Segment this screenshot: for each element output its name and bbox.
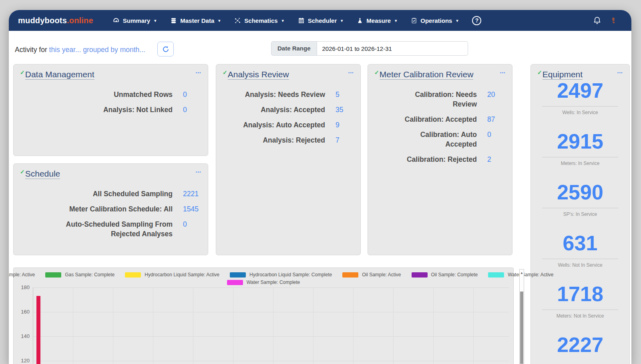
equipment-count-link[interactable]: 2915 bbox=[537, 130, 623, 153]
row-label: Unmatched Rows bbox=[20, 90, 173, 99]
equipment-stat-label: SP's: In Service bbox=[537, 211, 623, 217]
row-value-link[interactable]: 2 bbox=[487, 155, 506, 164]
help-icon[interactable]: ? bbox=[472, 16, 481, 25]
row-label: Analysis: Rejected bbox=[223, 135, 325, 145]
chart-legend-row-2: Water Sample: Complete bbox=[14, 280, 513, 285]
equipment-count-link[interactable]: 1718 bbox=[537, 283, 623, 305]
nav-label: Summary bbox=[123, 17, 150, 24]
card-menu-icon[interactable]: ••• bbox=[617, 71, 623, 75]
bell-icon[interactable] bbox=[593, 16, 602, 25]
chart-scrollbar: ▲ bbox=[519, 269, 524, 364]
chart-legend-row-1: Gas Sample: Active Gas Sample: Complete … bbox=[14, 272, 513, 278]
nav-item-master-data[interactable]: Master Data ▾ bbox=[170, 17, 220, 24]
card-title-text: Equipment bbox=[543, 70, 583, 80]
equipment-stat-label: Wells: Not In Service bbox=[537, 262, 623, 268]
legend-item[interactable]: Water Sample: Complete bbox=[227, 280, 300, 285]
legend-label: Gas Sample: Active bbox=[9, 272, 35, 278]
chevron-down-icon: ▾ bbox=[154, 18, 156, 23]
row-value-link[interactable]: 2221 bbox=[183, 189, 201, 199]
nav-item-operations[interactable]: Operations ▾ bbox=[411, 17, 458, 24]
stat-row: Unmatched Rows 0 bbox=[20, 90, 201, 99]
y-axis-tick: 180 bbox=[14, 285, 30, 290]
row-value-link[interactable]: 1545 bbox=[183, 204, 201, 214]
divider bbox=[542, 310, 618, 310]
card-title-data-management[interactable]: ✓Data Management bbox=[20, 69, 94, 79]
stat-row: Calibration: Accepted 87 bbox=[374, 115, 506, 124]
legend-item[interactable]: Oil Sample: Complete bbox=[412, 272, 478, 278]
date-range-label: Date Range bbox=[271, 41, 317, 56]
row-value-link[interactable]: 20 bbox=[487, 90, 506, 99]
nav-item-schematics[interactable]: Schematics ▾ bbox=[234, 17, 283, 24]
nav-label: Operations bbox=[420, 17, 452, 24]
row-value-link[interactable]: 5 bbox=[336, 90, 354, 99]
legend-item[interactable]: Gas Sample: Complete bbox=[45, 272, 115, 278]
legend-label: Gas Sample: Complete bbox=[65, 272, 115, 278]
row-value-link[interactable]: 0 bbox=[487, 130, 506, 139]
legend-label: Oil Sample: Active bbox=[362, 272, 401, 278]
legend-swatch bbox=[227, 280, 243, 285]
equipment-stat: 631 Wells: Not In Service bbox=[537, 232, 623, 268]
gauge-icon bbox=[113, 17, 120, 24]
legend-item[interactable]: Gas Sample: Active bbox=[9, 272, 35, 278]
row-value-link[interactable]: 35 bbox=[336, 105, 354, 115]
row-label: Calibration: Accepted bbox=[374, 115, 477, 124]
row-value-link[interactable]: 0 bbox=[183, 219, 201, 229]
row-value-link[interactable]: 0 bbox=[183, 90, 201, 99]
scrollbar-up-button[interactable]: ▲ bbox=[520, 269, 524, 276]
chevron-down-icon: ▾ bbox=[282, 18, 284, 23]
equipment-count-link[interactable]: 2497 bbox=[537, 79, 623, 102]
equipment-stat: 2227 bbox=[537, 334, 623, 356]
refresh-button[interactable] bbox=[157, 42, 174, 56]
card-menu-icon[interactable]: ••• bbox=[348, 71, 354, 75]
legend-item[interactable]: Hydrocarbon Liquid Sample: Active bbox=[125, 272, 219, 278]
card-menu-icon[interactable]: ••• bbox=[500, 71, 506, 75]
nav-label: Master Data bbox=[180, 17, 214, 24]
activity-filter-link[interactable]: this year... grouped by month... bbox=[49, 46, 145, 54]
check-icon: ✓ bbox=[537, 69, 542, 76]
chart-plot-area bbox=[33, 288, 509, 364]
nav-label: Scheduler bbox=[308, 17, 337, 24]
scrollbar-thumb[interactable] bbox=[520, 292, 523, 364]
equipment-stat: 1718 Meters: Not In Service bbox=[537, 283, 623, 319]
equipment-stat-label: Meters: In Service bbox=[537, 161, 623, 166]
nav-item-summary[interactable]: Summary ▾ bbox=[113, 17, 156, 24]
chevron-down-icon: ▾ bbox=[395, 18, 397, 23]
legend-swatch bbox=[125, 272, 141, 278]
row-value-link[interactable]: 87 bbox=[487, 115, 506, 124]
legend-item[interactable]: Oil Sample: Active bbox=[342, 272, 401, 278]
equipment-count-link[interactable]: 2227 bbox=[537, 334, 623, 356]
activity-summary-line: Activity for this year... grouped by mon… bbox=[15, 46, 145, 54]
card-menu-icon[interactable]: ••• bbox=[196, 170, 201, 174]
row-label: All Scheduled Sampling bbox=[20, 189, 173, 199]
refresh-icon bbox=[162, 45, 170, 53]
row-value-link[interactable]: 9 bbox=[336, 120, 354, 130]
date-range-group: Date Range bbox=[271, 41, 468, 56]
bootprint-user-icon[interactable] bbox=[610, 16, 616, 25]
equipment-count-link[interactable]: 631 bbox=[537, 232, 623, 254]
card-title-equipment[interactable]: ✓Equipment bbox=[537, 69, 583, 79]
legend-swatch bbox=[412, 272, 428, 278]
card-title-meter-calibration-review[interactable]: ✓Meter Calibration Review bbox=[374, 69, 473, 79]
equipment-stat: 2915 Meters: In Service bbox=[537, 130, 623, 166]
legend-swatch bbox=[342, 272, 358, 278]
card-title-schedule[interactable]: ✓Schedule bbox=[20, 169, 60, 179]
row-label: Calibration: Auto Accepted bbox=[374, 130, 477, 149]
nav-label: Schematics bbox=[244, 17, 277, 24]
stat-row: Analysis: Needs Review 5 bbox=[223, 90, 354, 99]
stat-row: Calibration: Rejected 2 bbox=[374, 155, 506, 164]
legend-label: Hydrocarbon Liquid Sample: Complete bbox=[249, 272, 332, 278]
row-value-link[interactable]: 0 bbox=[183, 105, 201, 115]
row-label: Analysis: Accepted bbox=[223, 105, 325, 115]
brand-logo[interactable]: muddyboots.online bbox=[18, 16, 93, 25]
nav-item-scheduler[interactable]: Scheduler ▾ bbox=[298, 17, 343, 24]
divider bbox=[542, 157, 618, 157]
card-menu-icon[interactable]: ••• bbox=[196, 71, 201, 75]
equipment-count-link[interactable]: 2590 bbox=[537, 181, 623, 203]
card-title-analysis-review[interactable]: ✓Analysis Review bbox=[223, 69, 289, 79]
nav-item-measure[interactable]: Measure ▾ bbox=[357, 17, 397, 24]
legend-item[interactable]: Hydrocarbon Liquid Sample: Complete bbox=[230, 272, 332, 278]
date-range-input[interactable] bbox=[317, 41, 468, 56]
row-value-link[interactable]: 7 bbox=[336, 135, 354, 145]
activity-chart-panel: Gas Sample: Active Gas Sample: Complete … bbox=[13, 267, 514, 364]
database-icon bbox=[170, 17, 177, 24]
